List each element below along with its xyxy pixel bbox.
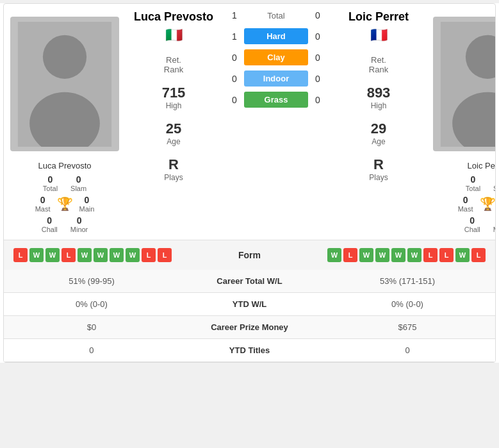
player2-plays: R (369, 156, 388, 173)
player1-photo-wrapper: Luca Prevosto 0 Total 0 Slam 0 Mast (10, 10, 119, 233)
stat-left: 0% (0-0) (4, 293, 179, 316)
player1-mast-bottom: 0 Mast (35, 195, 51, 213)
player1-ret: Ret. (164, 55, 183, 65)
player2-chall-val: 0 (464, 215, 480, 226)
player1-info: Luca Prevosto 🇮🇹 Ret. Rank 715 High 25 A… (122, 4, 225, 194)
player1-age: 25 (166, 120, 181, 137)
form-badge: L (343, 248, 357, 262)
stats-table: 51% (99-95) Career Total W/L 53% (171-15… (4, 270, 495, 362)
surface-row-grass: 0 Grass 0 (225, 92, 327, 108)
total-label: Total (244, 11, 308, 21)
player2-slam-val: 0 (493, 174, 496, 185)
form-badge: W (359, 248, 373, 262)
form-badge: W (391, 248, 405, 262)
player1-chall-bottom: 0 Chall (42, 215, 58, 233)
hard-right: 0 (308, 31, 327, 42)
stat-label: YTD Titles (179, 339, 320, 362)
surface-row-hard: 1 Hard 0 (225, 28, 327, 44)
player2-mast-lbl: Mast (458, 205, 473, 213)
player2-plays-lbl: Plays (369, 173, 388, 182)
player2-photo-wrapper: Loic Perret 0 Total 0 Slam 0 Mast (433, 10, 496, 233)
player1-main-lbl: Main (79, 205, 95, 213)
player1-total-bottom: 0 Total (43, 174, 58, 192)
form-badge: L (142, 248, 156, 262)
player1-high: 715 (162, 85, 186, 101)
player-card: Luca Prevosto 0 Total 0 Slam 0 Mast (3, 3, 496, 363)
grass-right: 0 (308, 95, 327, 105)
player2-slam-bottom: 0 Slam (493, 174, 496, 192)
player1-slam-val: 0 (70, 174, 86, 185)
player1-slam-bottom: 0 Slam (70, 174, 86, 192)
player1-age-lbl: Age (166, 137, 181, 146)
stat-label: Career Total W/L (179, 270, 320, 293)
player2-high: 893 (367, 85, 391, 101)
player2-name: Loic Perret (348, 10, 409, 24)
player1-high-lbl: High (162, 101, 186, 110)
stat-left: $0 (4, 316, 179, 339)
player1-form-badges: LWWLWWWWLL (13, 248, 211, 262)
player1-mast-lbl: Mast (35, 205, 51, 213)
main-container: Luca Prevosto 0 Total 0 Slam 0 Mast (0, 3, 499, 363)
form-badge: L (13, 248, 28, 262)
player1-high-block: 715 High (162, 85, 186, 110)
form-label: Form (211, 250, 288, 260)
stats-row: 51% (99-95) Career Total W/L 53% (171-15… (4, 270, 495, 293)
player2-ret: Ret. (369, 55, 388, 65)
player1-name-under: Luca Prevosto (38, 161, 91, 170)
player1-plays-block: R Plays (164, 156, 183, 182)
player2-minor-val: 0 (493, 215, 496, 226)
player1-main-val: 0 (79, 195, 95, 205)
player2-trophy-icon: 🏆 (480, 196, 496, 212)
player2-total-val: 0 (466, 174, 480, 185)
player1-main-bottom: 0 Main (79, 195, 95, 213)
player2-photo (433, 17, 496, 151)
form-badge: L (158, 248, 172, 262)
total-right-score: 0 (308, 10, 327, 21)
player1-chall-val: 0 (42, 215, 58, 226)
form-badge: L (61, 248, 76, 262)
player1-plays-lbl: Plays (164, 173, 183, 182)
player1-mast-val: 0 (35, 195, 51, 205)
player2-age-lbl: Age (371, 137, 386, 146)
player2-age-block: 29 Age (371, 120, 386, 146)
player2-rank-lbl: Rank (369, 65, 388, 74)
form-badge: L (439, 248, 454, 262)
form-badge: L (423, 248, 438, 262)
player2-minor-bottom: 0 Minor (493, 215, 496, 233)
indoor-left: 0 (225, 74, 244, 84)
clay-btn: Clay (244, 49, 308, 65)
player2-mast-val: 0 (458, 195, 473, 205)
player2-total-lbl: Total (466, 185, 480, 192)
player1-rank-lbl: Rank (164, 65, 183, 74)
player2-plays-block: R Plays (369, 156, 388, 182)
player1-minor-bottom: 0 Minor (70, 215, 88, 233)
player2-age: 29 (371, 120, 386, 137)
clay-right: 0 (308, 53, 327, 63)
player2-name-under: Loic Perret (468, 161, 496, 170)
center-section: 1 Total 0 1 Hard 0 0 Clay 0 0 Indoor (225, 4, 327, 117)
form-section: LWWLWWWWLL Form WLWWWWLLWL (4, 240, 495, 270)
stat-label: YTD W/L (179, 293, 320, 316)
player1-trophy-icon: 🏆 (57, 196, 73, 212)
grass-btn: Grass (244, 92, 308, 108)
player2-slam-lbl: Slam (493, 185, 496, 192)
stat-right: 0% (0-0) (320, 293, 495, 316)
surface-row-clay: 0 Clay 0 (225, 49, 327, 65)
player1-flag: 🇮🇹 (165, 27, 183, 44)
player1-total-lbl: Total (43, 185, 58, 192)
total-row: 1 Total 0 (225, 10, 327, 21)
form-badge: L (471, 248, 486, 262)
form-badge: W (94, 248, 108, 262)
player2-total-bottom: 0 Total (466, 174, 480, 192)
player1-total-val: 0 (43, 174, 58, 185)
player1-minor-val: 0 (70, 215, 88, 226)
player2-chall-lbl: Chall (464, 226, 480, 233)
player1-age-block: 25 Age (166, 120, 181, 146)
grass-left: 0 (225, 95, 244, 105)
indoor-btn: Indoor (244, 71, 308, 87)
hard-btn: Hard (244, 28, 308, 44)
player1-photo (10, 17, 119, 151)
player2-mast-bottom: 0 Mast (458, 195, 473, 213)
stat-right: 53% (171-151) (320, 270, 495, 293)
form-badge: W (29, 248, 44, 262)
